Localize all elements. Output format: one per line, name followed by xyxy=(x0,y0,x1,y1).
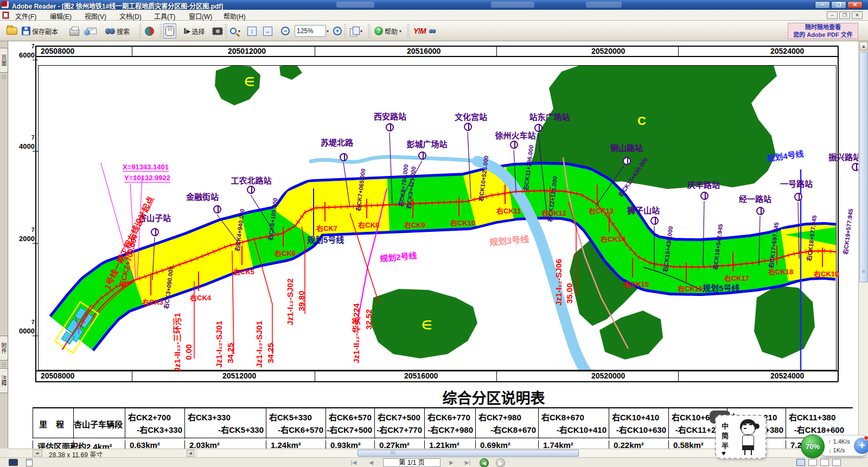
scroll-up-button[interactable]: ▲ xyxy=(859,42,868,51)
document-page[interactable]: 2050800020501200020516000205200002052400… xyxy=(9,41,858,449)
sidebar-tab-attachments[interactable]: 附件 xyxy=(0,336,8,361)
save-icon xyxy=(22,27,30,35)
ime-lang-indicator[interactable]: 中 xyxy=(722,420,729,431)
review-button[interactable] xyxy=(143,23,156,39)
grid-coordinate-bottom: 20520000 xyxy=(591,371,625,380)
vertical-scrollbar[interactable]: ▲ ▼ xyxy=(858,41,868,457)
open-button[interactable] xyxy=(4,23,20,39)
table-cell: 杏山子车辆段 xyxy=(73,408,125,439)
menu-7[interactable]: 帮助(H) xyxy=(220,11,249,20)
page-display-button[interactable]: ▾ xyxy=(348,23,365,39)
page-mode-icon[interactable] xyxy=(26,459,33,466)
continuous-facing-mode-button[interactable] xyxy=(832,459,841,466)
adobe-reader-icon xyxy=(2,1,9,8)
station-symbol xyxy=(464,123,472,131)
help-button[interactable]: ?帮助▾ xyxy=(372,23,404,39)
next-view-button[interactable]: ▶ xyxy=(496,458,505,467)
yahoo-search-button[interactable]: Y!M xyxy=(411,23,439,39)
pane-resize-grip[interactable]: ◂▸ xyxy=(33,450,42,457)
email-button[interactable] xyxy=(85,23,99,39)
previous-view-button[interactable]: ◀ xyxy=(480,458,489,467)
table-cell-line1: 右CK6+570 xyxy=(329,411,372,422)
print-icon xyxy=(69,29,79,36)
fit-width-button[interactable]: ↔ xyxy=(261,23,275,39)
next-page-button[interactable]: ▶ xyxy=(445,459,458,466)
last-page-button[interactable]: ▶| xyxy=(461,459,474,466)
grid-coordinate-left-fragment: 7 xyxy=(31,227,35,233)
zoom-in-tool-button[interactable]: ▾ xyxy=(228,23,242,39)
borehole-annotation-value: 34.25 xyxy=(266,343,275,363)
yahoo-icon: Y!M xyxy=(413,27,426,35)
mascot-leg xyxy=(751,450,752,455)
restore-button[interactable]: ❐ xyxy=(831,1,846,9)
snapshot-button[interactable] xyxy=(210,23,225,39)
doc-restore-button[interactable]: ❐ xyxy=(839,11,850,19)
page-number-field[interactable]: 第 1/1 页 xyxy=(383,458,441,467)
sidebar-tab-pages[interactable]: 页面 xyxy=(0,48,8,73)
menu-6[interactable]: 窗口(W) xyxy=(186,11,215,20)
tab-grip xyxy=(2,75,7,79)
continuous-mode-button[interactable] xyxy=(808,459,817,466)
vertical-scroll-thumb[interactable] xyxy=(859,52,868,282)
previous-page-button[interactable]: ◀ xyxy=(365,459,378,466)
chainage-mark-label: 右CK9 xyxy=(404,219,425,230)
doc-close-button[interactable]: ✕ xyxy=(852,11,863,19)
scroll-left-button[interactable]: ◀ xyxy=(187,450,194,457)
sidebar-tab-comments[interactable]: 注释 xyxy=(0,368,8,393)
depot-branch-line xyxy=(85,281,135,327)
fit-height-button[interactable]: ↕ xyxy=(245,23,259,39)
station-chainage: 右CK3+090.000 xyxy=(161,266,175,310)
single-page-mode-button[interactable] xyxy=(796,459,805,466)
zoom-combo-arrow[interactable]: ▾ xyxy=(324,23,331,39)
zoom-out-button[interactable]: − xyxy=(279,23,292,39)
menu-3[interactable]: 视图(V) xyxy=(81,11,110,20)
station-chainage: 右CK6+105.000 xyxy=(265,197,279,241)
adobe-promo-banner[interactable]: 随时随地查看 您的 Adobe PDF 文件 xyxy=(788,23,858,39)
design-origin-chainage: 右CK2+700.000 xyxy=(116,233,140,289)
search-button[interactable]: 搜索 xyxy=(103,23,132,39)
titlebar-ghost xyxy=(491,2,534,8)
borehole-annotation: Jz1-I₁₂-SJ01 xyxy=(214,321,224,368)
grid-coordinate-top: 20508000 xyxy=(41,47,74,55)
table-cell-line2: -右CK7+770 xyxy=(376,424,422,435)
planned-line-2 xyxy=(357,188,387,325)
ime-status-popup[interactable]: 中 简 半 ♥ xyxy=(715,415,767,459)
zoom-level-value: 125% xyxy=(297,27,314,35)
station-leader xyxy=(597,166,624,205)
minimize-button[interactable]: – xyxy=(815,1,830,9)
forest-area xyxy=(279,64,302,80)
dropdown-arrow-icon: ▾ xyxy=(327,29,329,34)
doc-minimize-button[interactable]: – xyxy=(827,11,838,19)
menu-2[interactable]: 编辑(E) xyxy=(47,11,75,20)
facing-mode-button[interactable] xyxy=(820,459,829,466)
menu-1[interactable]: 文件(F) xyxy=(12,11,40,20)
grid-coordinate-left-fragment: 7 xyxy=(31,43,35,49)
first-page-button[interactable]: |◀ xyxy=(347,459,360,466)
map-frame-line xyxy=(132,370,132,381)
close-button[interactable]: ✕ xyxy=(847,1,863,9)
station-symbol xyxy=(623,157,631,165)
table-cell-line2: -右CK6+570 xyxy=(278,424,323,435)
depot-branch-line2 xyxy=(90,283,132,324)
memory-usage-ball[interactable]: 70% xyxy=(801,434,825,458)
select-tool-button[interactable]: I▸选择 xyxy=(181,23,207,39)
grid-coordinate-left: 0000 xyxy=(13,327,35,335)
fullscreen-mode-icon[interactable] xyxy=(9,459,18,466)
grid-coordinate-top: 20520000 xyxy=(591,47,625,55)
zoom-level-combo[interactable]: 125% xyxy=(295,25,326,37)
hand-tool-button[interactable] xyxy=(163,23,176,39)
zoom-in-button[interactable]: + xyxy=(331,23,344,39)
table-cell-line1: 右CK11+380 xyxy=(789,411,835,422)
station-leader xyxy=(398,161,422,205)
ime-simplified-indicator[interactable]: 简 xyxy=(722,430,729,440)
menu-5[interactable]: 工具(T) xyxy=(151,11,178,20)
magnifier-icon xyxy=(230,28,237,34)
print-button[interactable] xyxy=(67,23,81,39)
save-copy-button[interactable]: 保存副本 xyxy=(20,23,60,39)
grid-coordinate-bottom: 20508000 xyxy=(41,371,74,380)
station-label: 铜山路站 xyxy=(610,142,643,153)
ime-heart-icon[interactable]: ♥ xyxy=(722,449,726,457)
horizontal-scroll-thumb[interactable] xyxy=(358,450,579,457)
table-cell: 右CK5+330-右CK6+570 xyxy=(266,408,326,439)
menu-4[interactable]: 文档(D) xyxy=(116,11,145,20)
